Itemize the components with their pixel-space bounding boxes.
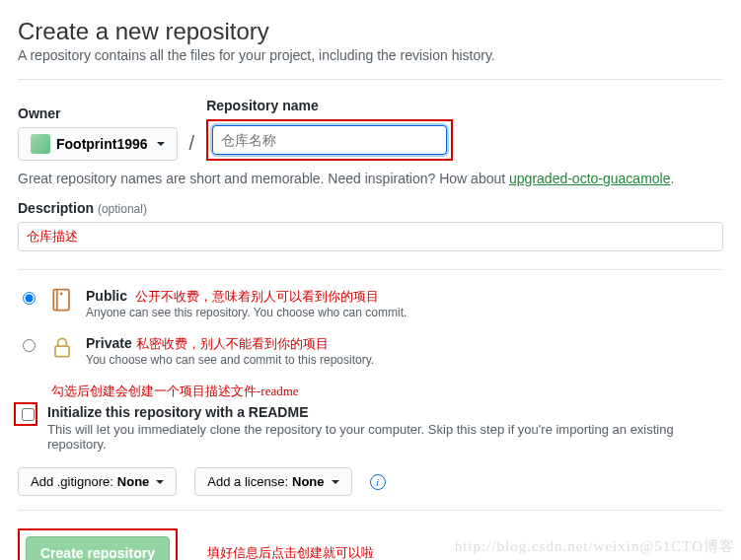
- name-hint: Great repository names are short and mem…: [18, 171, 723, 186]
- svg-rect-3: [55, 346, 69, 357]
- add-gitignore-button[interactable]: Add .gitignore: None: [18, 467, 177, 496]
- slash-separator: /: [189, 132, 195, 155]
- avatar: [31, 134, 50, 154]
- public-title: Public: [86, 288, 127, 304]
- visibility-private-radio[interactable]: [23, 339, 36, 352]
- info-icon[interactable]: i: [370, 474, 386, 490]
- private-title: Private: [86, 335, 132, 351]
- owner-select-button[interactable]: Footprint1996: [18, 127, 178, 161]
- chevron-down-icon: [156, 480, 164, 484]
- readme-title: Initialize this repository with a README: [47, 404, 723, 420]
- add-license-button[interactable]: Add a license: None: [194, 467, 351, 496]
- owner-name: Footprint1996: [56, 136, 148, 152]
- create-annotation: 填好信息后点击创建就可以啦: [207, 544, 374, 560]
- divider: [18, 79, 723, 80]
- svg-point-2: [60, 293, 63, 296]
- readme-subtitle: This will let you immediately clone the …: [47, 422, 723, 452]
- divider: [18, 510, 723, 511]
- repo-icon: [48, 286, 76, 314]
- public-subtitle: Anyone can see this repository. You choo…: [86, 306, 407, 319]
- name-suggestion-link[interactable]: upgraded-octo-guacamole: [509, 171, 670, 186]
- create-repository-button[interactable]: Create repository: [26, 536, 170, 560]
- lock-icon: [48, 333, 76, 361]
- readme-annotation: 勾选后创建会创建一个项目描述文件-readme: [51, 383, 723, 400]
- public-annotation: 公开不收费，意味着别人可以看到你的项目: [135, 289, 379, 304]
- page-subtitle: A repository contains all the files for …: [18, 47, 723, 63]
- visibility-public-radio[interactable]: [23, 292, 36, 305]
- private-subtitle: You choose who can see and commit to thi…: [86, 353, 374, 367]
- divider: [18, 269, 723, 270]
- description-input[interactable]: [18, 222, 723, 251]
- chevron-down-icon: [332, 480, 339, 484]
- repo-name-label: Repository name: [206, 98, 453, 113]
- owner-label: Owner: [18, 105, 178, 121]
- repo-name-input[interactable]: [212, 125, 447, 155]
- page-title: Create a new repository: [18, 18, 723, 45]
- private-annotation: 私密收费，别人不能看到你的项目: [136, 336, 329, 351]
- chevron-down-icon: [157, 142, 165, 146]
- description-label: Description (optional): [18, 200, 147, 216]
